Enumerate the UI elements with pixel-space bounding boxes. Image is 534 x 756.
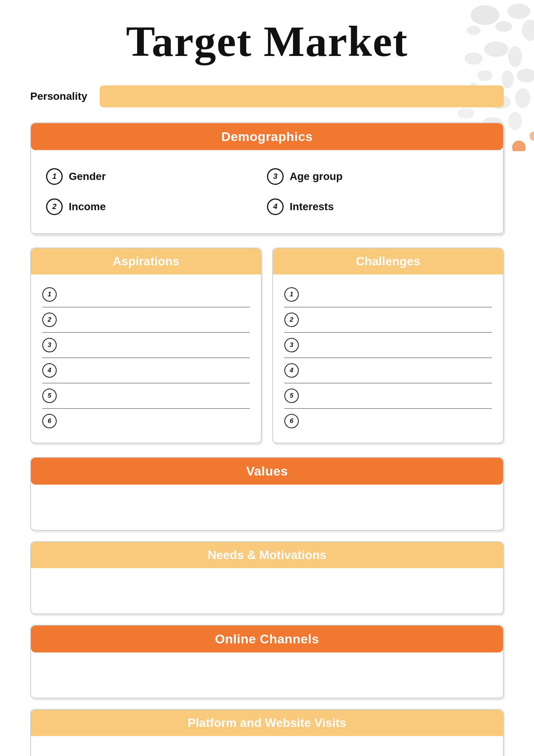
challenge-number-4: 4 <box>284 363 299 378</box>
values-title: Values <box>246 464 288 478</box>
aspirations-body: 1 2 3 4 5 6 <box>31 274 261 443</box>
svg-point-17 <box>512 141 526 151</box>
svg-point-8 <box>517 69 534 82</box>
aspiration-number-3: 3 <box>42 338 57 352</box>
demo-label-interests: Interests <box>290 201 334 213</box>
page-title: Target Market <box>30 19 504 65</box>
aspiration-number-2: 2 <box>42 313 57 327</box>
challenge-item-2[interactable]: 2 <box>284 307 492 333</box>
aspirations-section: Aspirations 1 2 3 4 5 <box>30 248 262 443</box>
needs-motivations-header: Needs & Motivations <box>31 542 503 568</box>
challenge-item-5[interactable]: 5 <box>284 383 492 409</box>
two-col-section: Aspirations 1 2 3 4 5 <box>30 248 504 443</box>
aspiration-number-6: 6 <box>42 414 57 428</box>
aspiration-item-2[interactable]: 2 <box>42 307 250 333</box>
svg-point-3 <box>508 4 530 19</box>
online-channels-header: Online Channels <box>31 626 503 652</box>
challenge-item-6[interactable]: 6 <box>284 409 492 434</box>
challenges-title: Challenges <box>356 254 420 268</box>
demo-item-gender: 1 Gender <box>46 161 267 192</box>
personality-input-box[interactable] <box>100 85 504 107</box>
demographics-section: Demographics 1 Gender 3 Age group 2 Inco… <box>30 122 504 234</box>
demo-item-age-group: 3 Age group <box>267 161 488 192</box>
demographics-header: Demographics <box>31 123 503 150</box>
aspirations-header: Aspirations <box>31 248 261 274</box>
aspiration-number-5: 5 <box>42 389 57 403</box>
platform-website-section: Platform and Website Visits <box>30 709 504 756</box>
aspiration-number-1: 1 <box>42 287 57 302</box>
aspirations-title: Aspirations <box>113 254 179 268</box>
platform-website-body[interactable] <box>31 736 503 756</box>
aspiration-item-5[interactable]: 5 <box>42 383 250 409</box>
needs-motivations-section: Needs & Motivations <box>30 541 504 614</box>
aspiration-item-1[interactable]: 1 <box>42 282 250 307</box>
challenges-section: Challenges 1 2 3 4 5 <box>272 248 504 443</box>
online-channels-section: Online Channels <box>30 625 504 699</box>
challenge-item-4[interactable]: 4 <box>284 358 492 383</box>
online-channels-body[interactable] <box>31 652 503 698</box>
values-body[interactable] <box>31 485 503 530</box>
platform-website-header: Platform and Website Visits <box>31 710 503 736</box>
needs-motivations-title: Needs & Motivations <box>208 548 327 562</box>
challenge-number-6: 6 <box>284 414 299 428</box>
aspiration-item-4[interactable]: 4 <box>42 358 250 383</box>
aspiration-number-4: 4 <box>42 363 57 378</box>
demo-number-3: 3 <box>267 168 284 185</box>
svg-point-12 <box>515 88 530 108</box>
demo-item-interests: 4 Interests <box>267 192 488 222</box>
online-channels-title: Online Channels <box>215 632 319 646</box>
values-header: Values <box>31 458 503 485</box>
aspiration-item-3[interactable]: 3 <box>42 333 250 358</box>
challenges-header: Challenges <box>273 248 503 274</box>
platform-website-title: Platform and Website Visits <box>188 716 346 730</box>
demo-item-income: 2 Income <box>46 192 267 222</box>
demo-number-1: 1 <box>46 168 63 185</box>
aspiration-item-6[interactable]: 6 <box>42 409 250 434</box>
svg-point-4 <box>522 20 534 41</box>
demo-label-income: Income <box>69 201 106 213</box>
svg-point-18 <box>529 132 534 141</box>
challenge-number-5: 5 <box>284 389 299 403</box>
demo-label-gender: Gender <box>69 170 106 183</box>
values-section: Values <box>30 457 504 531</box>
challenges-body: 1 2 3 4 5 6 <box>273 274 503 443</box>
challenge-number-1: 1 <box>284 287 299 302</box>
svg-point-15 <box>508 112 522 130</box>
challenge-number-3: 3 <box>284 338 299 352</box>
demo-number-2: 2 <box>46 198 63 215</box>
personality-label: Personality <box>30 90 91 102</box>
demo-number-4: 4 <box>267 198 284 215</box>
svg-point-6 <box>508 46 522 67</box>
challenge-item-3[interactable]: 3 <box>284 333 492 358</box>
challenge-number-2: 2 <box>284 313 299 327</box>
demo-label-age-group: Age group <box>290 170 343 183</box>
demographics-title: Demographics <box>221 129 313 144</box>
needs-motivations-body[interactable] <box>31 568 503 613</box>
personality-row: Personality <box>30 85 504 107</box>
demographics-grid: 1 Gender 3 Age group 2 Income 4 Interest… <box>31 150 503 233</box>
challenge-item-1[interactable]: 1 <box>284 282 492 307</box>
